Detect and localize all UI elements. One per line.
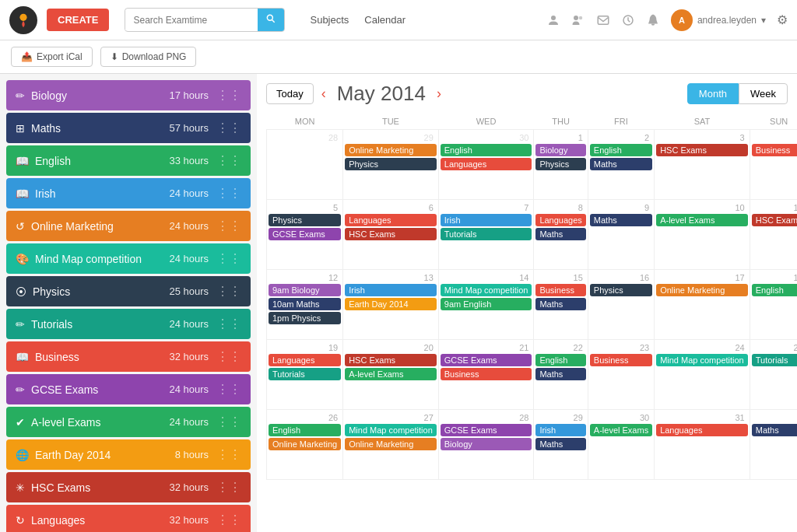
calendar-event[interactable]: A-level Exams: [590, 424, 652, 436]
calendar-cell[interactable]: 23Business: [588, 340, 654, 410]
calendar-cell[interactable]: 7IrishTutorials: [438, 200, 534, 270]
calendar-cell[interactable]: 4Business: [750, 130, 797, 200]
calendar-cell[interactable]: 30EnglishLanguages: [438, 130, 534, 200]
calendar-cell[interactable]: 19LanguagesTutorials: [267, 340, 343, 410]
drag-handle[interactable]: ⋮⋮: [216, 513, 241, 527]
sidebar-item-hsc-exams[interactable]: ✳ HSC Exams 32 hours ⋮⋮: [6, 472, 251, 502]
calendar-cell[interactable]: 16Physics: [588, 270, 654, 340]
calendar-cell[interactable]: 25Tutorials: [750, 340, 797, 410]
calendar-event[interactable]: 10am Maths: [269, 298, 341, 310]
settings-icon[interactable]: ⚙: [777, 12, 788, 27]
sidebar-item-business[interactable]: 📖 Business 32 hours ⋮⋮: [6, 341, 251, 372]
calendar-event[interactable]: Business: [590, 354, 652, 366]
calendar-cell[interactable]: 6LanguagesHSC Exams: [343, 200, 439, 270]
sidebar-item-mind-map[interactable]: 🎨 Mind Map competition 24 hours ⋮⋮: [6, 243, 251, 274]
drag-handle[interactable]: ⋮⋮: [216, 447, 241, 462]
calendar-cell[interactable]: 2EnglishMaths: [588, 130, 654, 200]
calendar-event[interactable]: Online Marketing: [656, 284, 748, 296]
drag-handle[interactable]: ⋮⋮: [216, 480, 241, 495]
calendar-event[interactable]: Maths: [535, 368, 585, 380]
calendar-event[interactable]: HSC Exams: [752, 214, 797, 226]
calendar-event[interactable]: Physics: [535, 158, 585, 170]
sidebar-item-languages[interactable]: ↻ Languages 32 hours ⋮⋮: [6, 505, 251, 532]
calendar-event[interactable]: Maths: [535, 228, 585, 240]
calendar-event[interactable]: Languages: [269, 354, 341, 366]
calendar-cell[interactable]: 26EnglishOnline Marketing: [267, 410, 343, 480]
calendar-event[interactable]: Maths: [590, 158, 652, 170]
calendar-event[interactable]: Online Marketing: [345, 438, 437, 450]
sidebar-item-biology[interactable]: ✏ Biology 17 hours ⋮⋮: [6, 80, 251, 110]
calendar-event[interactable]: Maths: [752, 424, 797, 436]
sidebar-item-irish[interactable]: 📖 Irish 24 hours ⋮⋮: [6, 178, 251, 208]
calendar-cell[interactable]: 1Maths: [750, 410, 797, 480]
sidebar-item-maths[interactable]: ⊞ Maths 57 hours ⋮⋮: [6, 113, 251, 143]
week-view-button[interactable]: Week: [739, 83, 788, 104]
calendar-event[interactable]: Physics: [345, 158, 437, 170]
calendar-event[interactable]: Languages: [656, 424, 748, 436]
today-button[interactable]: Today: [266, 83, 314, 104]
calendar-event[interactable]: Mind Map competition: [656, 354, 748, 366]
calendar-event[interactable]: 1pm Physics: [269, 312, 341, 324]
calendar-event[interactable]: Tutorials: [752, 354, 797, 366]
drag-handle[interactable]: ⋮⋮: [216, 88, 241, 103]
calendar-event[interactable]: Physics: [590, 284, 652, 296]
drag-handle[interactable]: ⋮⋮: [216, 121, 241, 135]
calendar-event[interactable]: Physics: [269, 214, 341, 226]
calendar-event[interactable]: GCSE Exams: [269, 228, 341, 240]
drag-handle[interactable]: ⋮⋮: [216, 382, 241, 397]
month-view-button[interactable]: Month: [687, 83, 739, 104]
calendar-cell[interactable]: 17Online Marketing: [655, 270, 750, 340]
drag-handle[interactable]: ⋮⋮: [216, 415, 241, 429]
calendar-event[interactable]: Mind Map competition: [345, 424, 437, 436]
calendar-cell[interactable]: 28: [267, 130, 343, 200]
calendar-cell[interactable]: 21GCSE ExamsBusiness: [438, 340, 534, 410]
drag-handle[interactable]: ⋮⋮: [216, 219, 241, 233]
calendar-event[interactable]: Business: [441, 368, 532, 380]
calendar-cell[interactable]: 15BusinessMaths: [534, 270, 588, 340]
calendar-cell[interactable]: 20HSC ExamsA-level Exams: [343, 340, 439, 410]
calendar-event[interactable]: Online Marketing: [269, 438, 341, 450]
clock-icon[interactable]: [621, 13, 635, 27]
calendar-event[interactable]: English: [535, 354, 585, 366]
calendar-event[interactable]: English: [269, 424, 341, 436]
calendar-event[interactable]: Tutorials: [441, 228, 532, 240]
calendar-event[interactable]: Languages: [535, 214, 585, 226]
calendar-event[interactable]: Business: [752, 144, 797, 156]
calendar-event[interactable]: HSC Exams: [345, 354, 437, 366]
calendar-event[interactable]: English: [441, 144, 532, 156]
calendar-cell[interactable]: 1BiologyPhysics: [534, 130, 588, 200]
search-button[interactable]: [258, 9, 284, 31]
create-button[interactable]: CREATE: [47, 9, 109, 31]
calendar-event[interactable]: Biology: [535, 144, 585, 156]
calendar-event[interactable]: Irish: [345, 284, 437, 296]
calendar-event[interactable]: HSC Exams: [656, 144, 748, 156]
calendar-cell[interactable]: 24Mind Map competition: [655, 340, 750, 410]
drag-handle[interactable]: ⋮⋮: [216, 251, 241, 266]
download-png-button[interactable]: ⬇ Download PNG: [100, 47, 197, 67]
calendar-cell[interactable]: 22EnglishMaths: [534, 340, 588, 410]
sidebar-item-a-level-exams[interactable]: ✔ A-level Exams 24 hours ⋮⋮: [6, 407, 251, 437]
prev-month-button[interactable]: ‹: [321, 86, 326, 102]
calendar-event[interactable]: Irish: [535, 424, 585, 436]
calendar-cell[interactable]: 3HSC Exams: [655, 130, 750, 200]
calendar-cell[interactable]: 5PhysicsGCSE Exams: [267, 200, 343, 270]
calendar-event[interactable]: Mind Map competition: [441, 284, 532, 296]
sidebar-item-tutorials[interactable]: ✏ Tutorials 24 hours ⋮⋮: [6, 309, 251, 339]
calendar-event[interactable]: Earth Day 2014: [345, 298, 437, 310]
drag-handle[interactable]: ⋮⋮: [216, 153, 241, 168]
calendar-cell[interactable]: 18English: [750, 270, 797, 340]
calendar-event[interactable]: 9am English: [441, 298, 532, 310]
next-month-button[interactable]: ›: [437, 86, 441, 102]
search-input[interactable]: [125, 10, 258, 30]
calendar-event[interactable]: GCSE Exams: [441, 354, 532, 366]
calendar-cell[interactable]: 31Languages: [655, 410, 750, 480]
drag-handle[interactable]: ⋮⋮: [216, 284, 241, 299]
calendar-event[interactable]: Business: [535, 284, 585, 296]
calendar-event[interactable]: A-level Exams: [656, 214, 748, 226]
calendar-event[interactable]: Biology: [441, 438, 532, 450]
calendar-cell[interactable]: 9Maths: [588, 200, 654, 270]
nav-subjects[interactable]: Subjects: [310, 14, 349, 26]
calendar-cell[interactable]: 14Mind Map competition9am English: [438, 270, 534, 340]
sidebar-item-online-marketing[interactable]: ↺ Online Marketing 24 hours ⋮⋮: [6, 211, 251, 241]
calendar-event[interactable]: HSC Exams: [345, 228, 437, 240]
